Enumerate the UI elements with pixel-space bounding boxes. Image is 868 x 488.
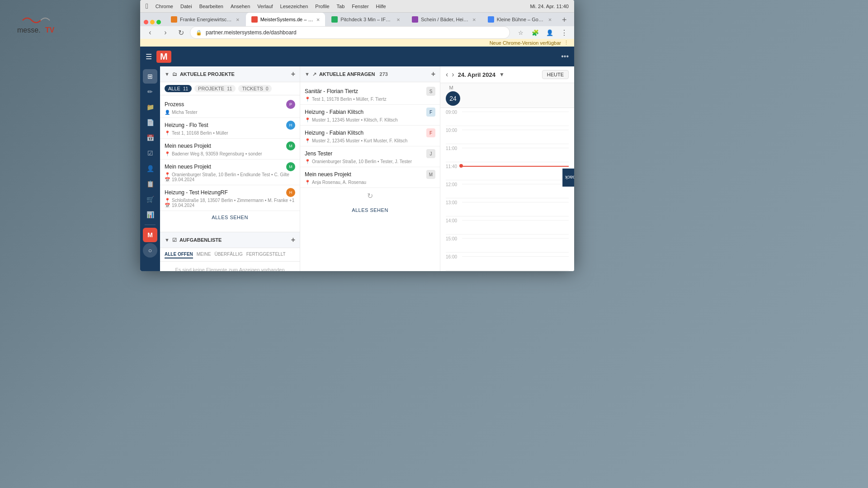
menu-lesezeichen[interactable]: Lesezeichen	[280, 4, 308, 9]
project-item-heizung-flo[interactable]: Heizung - Flo Test H 📍 Test 1, 10168 Ber…	[160, 118, 300, 139]
time-label-15: 15:00	[446, 235, 462, 241]
update-more-icon[interactable]: ⋮	[564, 40, 569, 46]
projects-add-btn[interactable]: +	[291, 70, 295, 78]
anfragen-collapse-btn[interactable]: ▼	[305, 71, 310, 77]
sidebar-icon-user[interactable]: 👤	[143, 161, 157, 176]
anfrage-type-mein: M	[426, 170, 435, 179]
tab-label-meister: MeisterSystems.de – Übers...	[260, 17, 314, 22]
project-avatar-mein-2: M	[286, 162, 295, 171]
calendar-header: ‹ › 24. April 2024 ▼ HEUTE	[440, 66, 574, 83]
sidebar-icon-doc[interactable]: 📄	[143, 115, 157, 130]
sidebar-icon-m[interactable]: M	[143, 228, 157, 242]
anfrage-name-sanitaer: Sanitär - Florian Tiertz	[305, 88, 358, 94]
more-icon[interactable]: ⋮	[558, 26, 571, 39]
minimize-window-btn[interactable]	[150, 20, 155, 24]
sidebar-icon-edit[interactable]: ✏	[143, 84, 157, 99]
cal-dropdown-icon[interactable]: ▼	[499, 71, 505, 78]
cal-today-button[interactable]: HEUTE	[542, 70, 569, 79]
tab-close-drive[interactable]: ×	[548, 16, 552, 23]
tab-label-pitch: Pitchdeck 3 Min – IFH Inther...	[340, 17, 394, 22]
time-slots: 09:00 10:00 11:00	[440, 108, 574, 271]
header-more-icon[interactable]: •••	[561, 52, 569, 61]
anfrage-type-heizung-1: F	[426, 108, 435, 117]
tab-pitchdeck[interactable]: Pitchdeck 3 Min – IFH Inther... ×	[326, 13, 406, 26]
anfragen-see-all-btn[interactable]: ALLES SEHEN	[300, 204, 440, 216]
calendar-date[interactable]: 24. April 2024	[458, 71, 495, 78]
sidebar-icon-grid[interactable]: ⊞	[143, 69, 157, 84]
calendar-small-icon-1: 📅	[165, 177, 170, 182]
feedback-label: Feedback	[565, 175, 574, 180]
project-item-heizung-test[interactable]: Heizung - Test HeizungRF H 📍 Schloßstraß…	[160, 185, 300, 211]
task-tab-fertig[interactable]: FERTIGGESTELLT	[246, 251, 286, 258]
tab-drive[interactable]: Kleine Bühne – Google Drive ×	[482, 13, 557, 26]
tasks-collapse-btn[interactable]: ▼	[165, 237, 170, 243]
left-nav: ⊞ ✏ 📁 📄 📅 ☑ 👤 📋 🛒 📊 M ○	[140, 66, 160, 271]
maximize-window-btn[interactable]	[156, 20, 161, 24]
task-tab-ueberfaellig[interactable]: ÜBERFÄLLIG	[214, 251, 242, 258]
tab-schein[interactable]: Schein / Bäder, Heizungs- u... ×	[406, 13, 481, 26]
forward-button[interactable]: ›	[159, 26, 172, 39]
menu-fenster[interactable]: Fenster	[352, 4, 368, 9]
address-bar: ‹ › ↻ 🔒 partner.meistersystems.de/dashbo…	[140, 26, 574, 39]
tab-meistersystems[interactable]: MeisterSystems.de – Übers... ×	[246, 13, 326, 26]
anfrage-item-jens[interactable]: Jens Tester J 📍 Oranienburger Straße, 10…	[300, 146, 440, 167]
projects-collapse-btn[interactable]: ▼	[165, 71, 170, 77]
reload-button[interactable]: ↻	[175, 26, 187, 39]
tab-close-meister[interactable]: ×	[316, 16, 320, 23]
tab-close-franke[interactable]: ×	[236, 16, 240, 23]
calendar-body: M 24 09:00 10:00	[440, 83, 574, 271]
anfragen-add-btn[interactable]: +	[431, 70, 435, 78]
task-tab-meine[interactable]: MEINE	[197, 251, 211, 258]
menu-tab[interactable]: Tab	[337, 4, 345, 9]
project-item-prozess[interactable]: Prozess P 👤 Micha Tester	[160, 97, 300, 118]
tab-close-schein[interactable]: ×	[472, 16, 476, 23]
sidebar-icon-calendar[interactable]: 📅	[143, 131, 157, 145]
anfrage-item-mein[interactable]: Mein neues Projekt M 📍 Anja Rosenau, A. …	[300, 167, 440, 188]
sidebar-icon-chart[interactable]: 📊	[143, 207, 157, 222]
bookmark-icon[interactable]: ☆	[514, 26, 527, 39]
tasks-icon: ☑	[172, 237, 177, 243]
anfrage-item-heizung-2[interactable]: Heizung - Fabian Klitsch F 📍 Muster 2, 1…	[300, 126, 440, 146]
menu-bearbeiten[interactable]: Bearbeiten	[199, 4, 223, 9]
cal-next-btn[interactable]: ›	[452, 70, 454, 79]
close-window-btn[interactable]	[144, 20, 148, 24]
sidebar-icon-cart[interactable]: 🛒	[143, 192, 157, 206]
anfrage-pin-1: 📍	[305, 97, 310, 102]
anfrage-item-heizung-1[interactable]: Heizung - Fabian Klitsch F 📍 Muster 1, 1…	[300, 105, 440, 126]
anfrage-pin-3: 📍	[305, 138, 310, 143]
menu-verlauf[interactable]: Verlauf	[257, 4, 273, 9]
time-slot-17: 17:00	[446, 271, 569, 271]
profile-icon[interactable]: 👤	[543, 26, 556, 39]
filter-tickets[interactable]: TICKETS 0	[238, 85, 272, 92]
sidebar-icon-folder[interactable]: 📁	[143, 100, 157, 114]
menu-hilfe[interactable]: Hilfe	[376, 4, 386, 9]
hamburger-icon[interactable]: ☰	[146, 52, 152, 61]
tasks-add-btn[interactable]: +	[291, 236, 295, 244]
new-tab-button[interactable]: +	[558, 14, 571, 26]
menu-profile[interactable]: Profile	[315, 4, 329, 9]
cal-prev-btn[interactable]: ‹	[446, 70, 448, 79]
projects-see-all-btn[interactable]: ALLES SEHEN	[160, 211, 300, 224]
sidebar-icon-circle[interactable]: ○	[143, 243, 157, 258]
menu-chrome[interactable]: Chrome	[156, 4, 173, 9]
menu-datei[interactable]: Datei	[180, 4, 192, 9]
sidebar-icon-file[interactable]: 📋	[143, 177, 157, 191]
tab-close-pitch[interactable]: ×	[396, 16, 400, 23]
project-avatar-heizung-flo: H	[286, 121, 295, 130]
project-item-mein-1[interactable]: Mein neues Projekt M 📍 Badener Weg 8, 93…	[160, 139, 300, 160]
sidebar-icon-check[interactable]: ☑	[143, 146, 157, 160]
extensions-icon[interactable]: 🧩	[529, 26, 542, 39]
task-tab-alle[interactable]: ALLE OFFEN	[165, 251, 193, 258]
anfrage-meta-jens: 📍 Oranienburger Straße, 10 Berlin • Test…	[305, 159, 435, 164]
menu-ansehen[interactable]: Ansehen	[231, 4, 250, 9]
feedback-button[interactable]: Feedback	[562, 169, 574, 187]
tab-franke[interactable]: Franke Energiewirtschaft: B... ×	[165, 13, 245, 26]
anfrage-item-sanitaer[interactable]: Sanitär - Florian Tiertz S 📍 Test 1, 191…	[300, 84, 440, 105]
url-bar[interactable]: 🔒 partner.meistersystems.de/dashboard	[190, 26, 510, 39]
back-button[interactable]: ‹	[144, 26, 156, 39]
project-item-mein-2[interactable]: Mein neues Projekt M 📍 Oranienburger Str…	[160, 160, 300, 185]
filter-projekte[interactable]: PROJEKTE 11	[194, 85, 236, 92]
anfrage-pin-5: 📍	[305, 180, 310, 185]
project-avatar-prozess: P	[286, 100, 295, 109]
filter-all[interactable]: ALLE 11	[165, 85, 192, 92]
